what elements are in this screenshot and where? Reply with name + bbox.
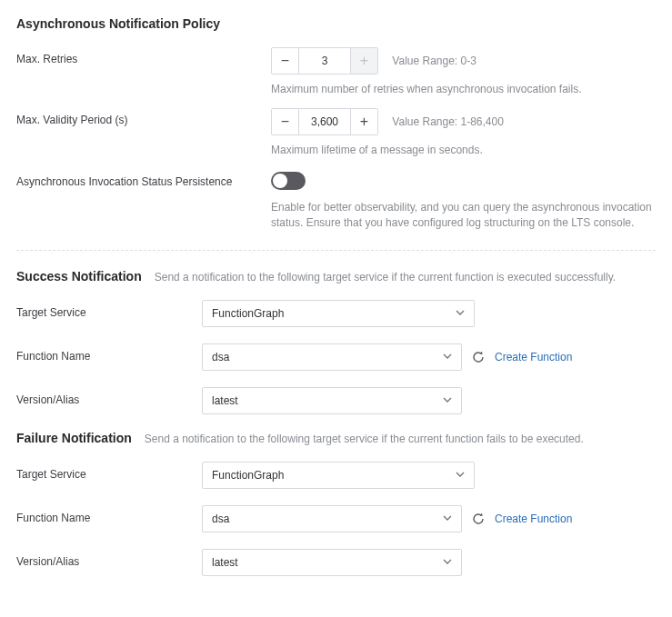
label-success-target-service: Target Service <box>16 300 202 319</box>
select-value: FunctionGraph <box>212 469 284 482</box>
failure-target-service-select[interactable]: FunctionGraph <box>202 462 475 489</box>
label-max-validity: Max. Validity Period (s) <box>16 108 271 126</box>
select-value: dsa <box>212 351 229 363</box>
chevron-down-icon <box>443 394 452 407</box>
status-persistence-toggle[interactable] <box>271 172 306 190</box>
select-value: latest <box>212 556 238 569</box>
section-desc-failure: Send a notification to the following tar… <box>145 433 584 445</box>
select-value: FunctionGraph <box>212 307 284 320</box>
failure-function-name-select[interactable]: dsa <box>202 505 462 532</box>
chevron-down-icon <box>456 307 465 320</box>
refresh-icon[interactable] <box>471 350 486 364</box>
chevron-down-icon <box>443 513 452 525</box>
status-persistence-desc: Enable for better observability, and you… <box>271 200 656 232</box>
max-retries-desc: Maximum number of retries when asynchron… <box>271 82 656 97</box>
max-validity-stepper[interactable]: − + <box>271 108 378 135</box>
max-validity-input[interactable] <box>299 109 350 134</box>
minus-icon[interactable]: − <box>272 48 299 74</box>
section-desc-success: Send a notification to the following tar… <box>155 271 616 284</box>
label-max-retries: Max. Retries <box>16 47 271 65</box>
plus-icon: + <box>350 48 377 74</box>
create-function-link[interactable]: Create Function <box>495 351 572 363</box>
label-success-function-name: Function Name <box>16 343 202 363</box>
refresh-icon[interactable] <box>471 512 486 526</box>
plus-icon[interactable]: + <box>350 109 377 134</box>
section-title-async-policy: Asynchronous Notification Policy <box>16 16 220 31</box>
chevron-down-icon <box>443 556 452 569</box>
select-value: latest <box>212 394 238 407</box>
section-divider <box>16 250 656 251</box>
section-title-failure: Failure Notification <box>16 431 132 445</box>
max-validity-range-hint: Value Range: 1-86,400 <box>392 115 504 128</box>
label-status-persistence: Asynchronous Invocation Status Persisten… <box>16 170 271 188</box>
success-version-alias-select[interactable]: latest <box>202 387 462 414</box>
label-failure-version-alias: Version/Alias <box>16 549 202 568</box>
label-success-version-alias: Version/Alias <box>16 387 202 406</box>
max-retries-stepper[interactable]: − + <box>271 47 378 75</box>
toggle-knob <box>273 174 287 188</box>
label-failure-function-name: Function Name <box>16 505 202 524</box>
section-title-success: Success Notification <box>16 269 142 284</box>
select-value: dsa <box>212 513 229 525</box>
max-validity-desc: Maximum lifetime of a message in seconds… <box>271 143 656 158</box>
max-retries-range-hint: Value Range: 0-3 <box>392 55 476 67</box>
chevron-down-icon <box>456 469 465 482</box>
create-function-link[interactable]: Create Function <box>495 513 572 525</box>
success-function-name-select[interactable]: dsa <box>202 343 462 371</box>
minus-icon[interactable]: − <box>272 109 299 134</box>
failure-version-alias-select[interactable]: latest <box>202 549 462 576</box>
max-retries-input[interactable] <box>299 48 350 74</box>
success-target-service-select[interactable]: FunctionGraph <box>202 300 475 327</box>
label-failure-target-service: Target Service <box>16 462 202 481</box>
chevron-down-icon <box>443 351 452 363</box>
